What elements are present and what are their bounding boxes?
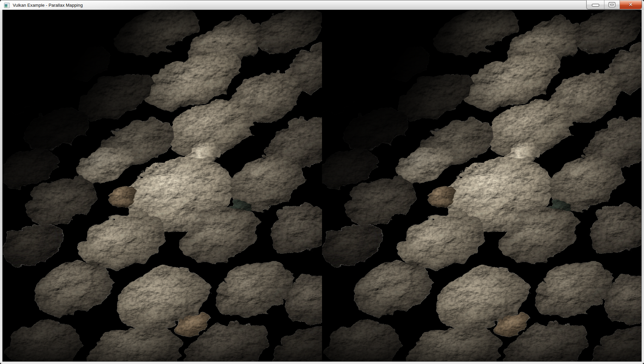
app-icon[interactable] [4,3,10,8]
close-button[interactable]: ✕ [620,0,642,9]
close-icon: ✕ [629,2,633,7]
render-area[interactable] [3,10,641,361]
viewport-right-comparison [307,10,641,361]
maximize-icon [608,2,615,7]
rendered-scene [3,10,641,361]
titlebar[interactable]: Vulkan Example - Parallax Mapping ✕ [0,0,644,10]
maximize-button[interactable] [604,0,620,9]
minimize-icon [592,4,599,7]
window-title: Vulkan Example - Parallax Mapping [13,3,83,8]
app-window: Vulkan Example - Parallax Mapping ✕ [0,0,644,364]
viewport-left-parallax [3,10,356,361]
minimize-button[interactable] [587,0,604,9]
window-controls: ✕ [586,0,642,9]
